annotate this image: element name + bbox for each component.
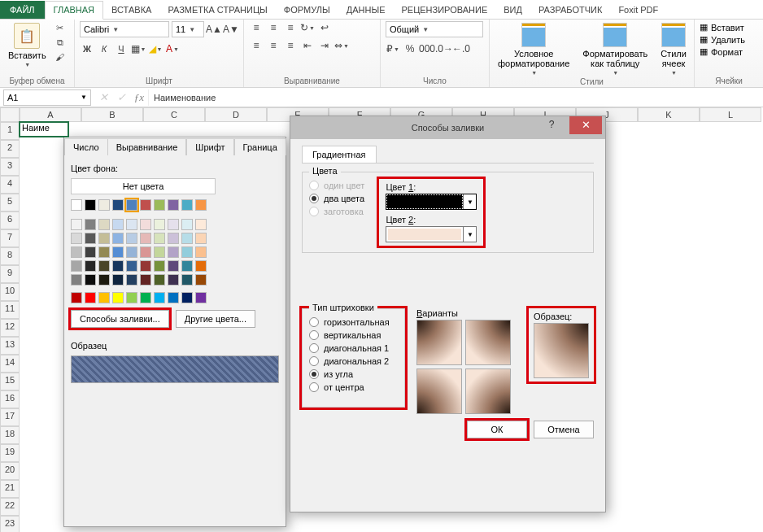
color-swatch[interactable] <box>195 233 207 244</box>
radio-corner[interactable]: из угла <box>309 368 398 381</box>
color-swatch[interactable] <box>154 246 165 258</box>
increase-decimal-icon[interactable]: .0→ <box>437 42 451 55</box>
cancel-button[interactable]: Отмена <box>534 421 594 438</box>
close-button[interactable]: ✕ <box>569 116 602 134</box>
color-swatch[interactable] <box>112 233 124 244</box>
format-tab-font[interactable]: Шрифт <box>186 138 233 155</box>
color2-select[interactable]: ▼ <box>386 226 477 242</box>
color-swatch[interactable] <box>126 219 137 230</box>
formula-input[interactable]: Наименование <box>148 89 763 106</box>
row-header-21[interactable]: 21 <box>0 480 20 498</box>
color-swatch[interactable] <box>71 219 82 230</box>
row-header-7[interactable]: 7 <box>0 229 20 247</box>
color-swatch[interactable] <box>71 260 82 272</box>
decrease-font-icon[interactable]: A▼ <box>224 23 238 36</box>
merge-center-icon[interactable]: ⇔▼ <box>334 39 349 52</box>
color-swatch[interactable] <box>168 199 179 211</box>
insert-cells-button[interactable]: ▦Вставит <box>700 21 745 33</box>
ok-button[interactable]: ОК <box>467 421 527 438</box>
column-header-B[interactable]: B <box>81 107 143 122</box>
row-header-15[interactable]: 15 <box>0 373 20 390</box>
radio-center[interactable]: от центра <box>309 381 398 394</box>
color-swatch[interactable] <box>181 219 193 230</box>
radio-two-colors[interactable]: два цвета <box>309 192 364 205</box>
tab-review[interactable]: РЕЦЕНЗИРОВАНИЕ <box>393 2 495 19</box>
color-swatch[interactable] <box>195 246 207 258</box>
more-colors-button[interactable]: Другие цвета... <box>176 310 255 328</box>
color-swatch[interactable] <box>98 260 110 272</box>
accounting-format-icon[interactable]: ₽▼ <box>386 42 400 55</box>
row-header-16[interactable]: 16 <box>0 390 20 408</box>
name-box[interactable]: A1▼ <box>3 89 91 106</box>
color1-select[interactable]: ▼ <box>386 194 477 210</box>
color-swatch[interactable] <box>98 199 110 211</box>
format-as-table-button[interactable]: Форматировать как таблицу▼ <box>579 21 651 77</box>
color-swatch[interactable] <box>126 260 137 272</box>
column-header-D[interactable]: D <box>205 107 267 122</box>
row-header-5[interactable]: 5 <box>0 194 20 211</box>
tab-insert[interactable]: ВСТАВКА <box>103 2 159 19</box>
format-tab-border[interactable]: Граница <box>234 138 286 155</box>
color-swatch[interactable] <box>85 199 96 211</box>
font-color-button[interactable]: A▼ <box>165 42 180 55</box>
radio-diag-1[interactable]: диагональная 1 <box>309 342 398 355</box>
font-name-select[interactable]: Calibri▼ <box>80 21 169 37</box>
color-swatch[interactable] <box>195 274 207 286</box>
color-swatch[interactable] <box>154 219 165 230</box>
paste-button[interactable]: 📋 Вставить ▼ <box>5 21 50 69</box>
no-color-button[interactable]: Нет цвета <box>71 178 216 194</box>
color-swatch[interactable] <box>181 260 193 272</box>
dialog-title-bar[interactable]: Способы заливки ? ✕ <box>290 116 605 139</box>
color-swatch[interactable] <box>98 233 110 244</box>
color-swatch[interactable] <box>195 219 207 230</box>
align-left-icon[interactable]: ≡ <box>249 39 264 52</box>
row-header-6[interactable]: 6 <box>0 211 20 229</box>
number-format-select[interactable]: Общий▼ <box>386 21 483 37</box>
color-swatch[interactable] <box>98 292 110 303</box>
color-swatch[interactable] <box>168 260 179 272</box>
color-swatch[interactable] <box>168 219 179 230</box>
tab-developer[interactable]: РАЗРАБОТЧИК <box>530 2 610 19</box>
tab-home[interactable]: ГЛАВНАЯ <box>45 1 103 20</box>
wrap-text-icon[interactable]: ↩ <box>317 21 332 34</box>
variant-top-left[interactable] <box>416 320 462 365</box>
color-swatch[interactable] <box>98 246 110 258</box>
row-header-19[interactable]: 19 <box>0 444 20 462</box>
bold-button[interactable]: Ж <box>80 42 94 55</box>
font-size-select[interactable]: 11▼ <box>172 21 204 37</box>
align-top-icon[interactable]: ≡ <box>249 21 264 34</box>
color-swatch[interactable] <box>85 260 96 272</box>
column-header-L[interactable]: L <box>700 107 761 122</box>
thousand-sep-icon[interactable]: 000 <box>420 42 434 55</box>
tab-file[interactable]: ФАЙЛ <box>0 1 45 19</box>
color-swatch[interactable] <box>168 292 179 303</box>
color-swatch[interactable] <box>140 199 151 211</box>
row-header-17[interactable]: 17 <box>0 408 20 426</box>
color-swatch[interactable] <box>112 292 124 303</box>
variant-bottom-left[interactable] <box>416 368 462 414</box>
color-swatch[interactable] <box>85 246 96 258</box>
tab-page-layout[interactable]: РАЗМЕТКА СТРАНИЦЫ <box>159 2 275 19</box>
select-all-corner[interactable] <box>0 107 20 122</box>
color-swatch[interactable] <box>71 246 82 258</box>
fill-effects-button[interactable]: Способы заливки... <box>71 310 169 328</box>
color-swatch[interactable] <box>98 274 110 286</box>
color-swatch[interactable] <box>71 292 82 303</box>
align-center-icon[interactable]: ≡ <box>266 39 281 52</box>
color-swatch[interactable] <box>181 274 193 286</box>
row-header-11[interactable]: 11 <box>0 301 20 319</box>
color-swatch[interactable] <box>126 246 137 258</box>
format-tab-alignment[interactable]: Выравнивание <box>107 138 187 155</box>
confirm-edit-icon[interactable]: ✓ <box>112 91 130 104</box>
decrease-indent-icon[interactable]: ⇤ <box>300 39 315 52</box>
row-header-4[interactable]: 4 <box>0 176 20 194</box>
help-button[interactable]: ? <box>535 116 568 134</box>
column-header-A[interactable]: A <box>20 107 81 122</box>
color-swatch[interactable] <box>154 292 165 303</box>
color-swatch[interactable] <box>112 274 124 286</box>
format-tab-number[interactable]: Число <box>64 138 107 155</box>
color-swatch[interactable] <box>126 292 137 303</box>
color-swatch[interactable] <box>140 274 151 286</box>
percent-format-icon[interactable]: % <box>403 42 417 55</box>
radio-diag-2[interactable]: диагональная 2 <box>309 355 398 368</box>
